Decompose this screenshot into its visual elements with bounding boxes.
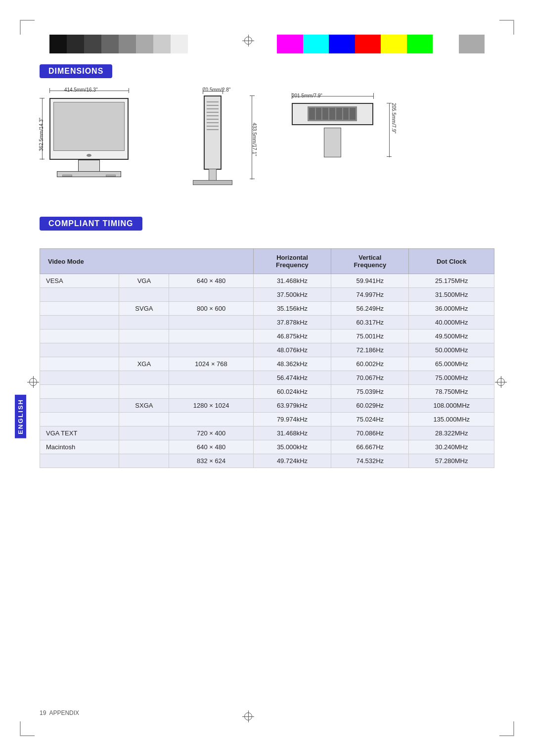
td-h-freq: 60.024kHz: [253, 385, 331, 399]
td-category: VGA TEXT: [40, 426, 119, 440]
td-v-freq: 74.532Hz: [331, 454, 409, 468]
td-dot-clock: 28.322MHz: [409, 426, 494, 440]
td-h-freq: 31.468kHz: [253, 274, 331, 288]
crosshair-left: [27, 376, 39, 388]
th-v-freq: VerticalFrequency: [331, 249, 409, 274]
dim-tick-top: [40, 98, 44, 98]
dim-tick-tw1: [292, 93, 292, 99]
vent8: [207, 126, 219, 127]
corner-mark-tr: [499, 20, 514, 35]
vent-v7: [350, 108, 356, 120]
main-content: DIMENSIONS 414.5mm/16.3": [40, 64, 494, 468]
td-h-freq: 56.474kHz: [253, 371, 331, 385]
td-dot-clock: 57.280MHz: [409, 454, 494, 468]
dim-line-top-w: [292, 96, 373, 96]
td-category: [40, 302, 119, 316]
td-mode: VGA: [119, 274, 169, 288]
td-v-freq: 74.997Hz: [331, 288, 409, 302]
monitor-top-body: [292, 103, 373, 125]
dim-label-height: 362.5mm/14.3": [39, 118, 44, 151]
td-v-freq: 56.249Hz: [331, 302, 409, 316]
td-v-freq: 60.317Hz: [331, 316, 409, 330]
td-mode: [119, 426, 169, 440]
td-dot-clock: 135.000MHz: [409, 413, 494, 426]
td-dot-clock: 25.175MHz: [409, 274, 494, 288]
foot-left: [62, 175, 72, 177]
td-resolution: 1280 × 1024: [169, 399, 253, 413]
td-h-freq: 49.724kHz: [253, 454, 331, 468]
td-dot-clock: 31.500MHz: [409, 288, 494, 302]
corner-mark-br: [499, 721, 514, 736]
table-row: XGA1024 × 76848.362kHz60.002Hz65.000MHz: [40, 357, 494, 371]
crosshair-top: [242, 35, 254, 47]
table-row: SXGA1280 × 102463.979kHz60.029Hz108.000M…: [40, 399, 494, 413]
color-bars-grayscale: [49, 35, 188, 53]
td-h-freq: 48.076kHz: [253, 343, 331, 357]
dim-tick-d2: [222, 88, 223, 94]
td-category: [40, 316, 119, 330]
td-dot-clock: 65.000MHz: [409, 357, 494, 371]
top-vents: [308, 106, 357, 121]
vent-v6: [343, 108, 349, 120]
dim-label-width: 414.5mm/16.3": [64, 87, 97, 93]
dim-tick-left: [49, 88, 50, 93]
dim-tick-right: [129, 88, 129, 93]
td-mode: [119, 316, 169, 330]
td-mode: SVGA: [119, 302, 169, 316]
td-dot-clock: 49.500MHz: [409, 330, 494, 343]
td-category: [40, 288, 119, 302]
vent1: [207, 101, 219, 102]
td-h-freq: 37.500kHz: [253, 288, 331, 302]
monitor-side-base: [193, 180, 232, 185]
table-row: 832 × 62449.724kHz74.532Hz57.280MHz: [40, 454, 494, 468]
td-v-freq: 75.001Hz: [331, 330, 409, 343]
table-row: 37.500kHz74.997Hz31.500MHz: [40, 288, 494, 302]
td-h-freq: 37.878kHz: [253, 316, 331, 330]
td-dot-clock: 108.000MHz: [409, 399, 494, 413]
vent-v3: [322, 108, 328, 120]
dimensions-title: DIMENSIONS: [40, 64, 112, 78]
vent9: [207, 129, 219, 130]
monitor-stand: [78, 160, 100, 172]
compliant-timing-section: ENGLISH COMPLIANT TIMING Video Mode Hori…: [40, 217, 494, 468]
td-resolution: 832 × 624: [169, 454, 253, 468]
dim-tick-tw2: [373, 93, 374, 99]
td-mode: [119, 440, 169, 454]
th-dot-clock: Dot Clock: [409, 249, 494, 274]
td-dot-clock: 50.000MHz: [409, 343, 494, 357]
td-category: VESA: [40, 274, 119, 288]
monitor-screen: [53, 102, 125, 151]
diagrams-row: 414.5mm/16.3" 362.5mm/14.3: [40, 88, 494, 197]
td-v-freq: 60.002Hz: [331, 357, 409, 371]
td-category: [40, 399, 119, 413]
crosshair-right: [495, 376, 507, 388]
color-bars-color: [277, 35, 485, 53]
td-category: [40, 385, 119, 399]
vent-v2: [316, 108, 322, 120]
dim-label-side-height: 433.5mm/17.1": [252, 123, 257, 156]
td-h-freq: 63.979kHz: [253, 399, 331, 413]
td-dot-clock: 30.240MHz: [409, 440, 494, 454]
dim-line-depth: [203, 91, 222, 92]
td-category: [40, 413, 119, 426]
page-number: 19: [40, 709, 46, 716]
td-resolution: 1024 × 768: [169, 357, 253, 371]
diagram-side-view: 70.5mm/2.8": [178, 88, 257, 197]
td-mode: [119, 330, 169, 343]
foot-right: [106, 175, 116, 177]
vent-v4: [329, 108, 335, 120]
td-resolution: 720 × 400: [169, 426, 253, 440]
td-h-freq: 79.974kHz: [253, 413, 331, 426]
td-mode: SXGA: [119, 399, 169, 413]
crosshair-bottom: [242, 710, 254, 722]
td-mode: [119, 371, 169, 385]
td-resolution: 640 × 480: [169, 440, 253, 454]
td-dot-clock: 36.000MHz: [409, 302, 494, 316]
td-v-freq: 70.086Hz: [331, 426, 409, 440]
monitor-base: [57, 171, 121, 177]
monitor-side-neck: [209, 169, 217, 181]
table-row: 56.474kHz70.067Hz75.000MHz: [40, 371, 494, 385]
td-resolution: [169, 288, 253, 302]
monitor-side-body: [204, 95, 222, 170]
vent4: [207, 112, 219, 113]
